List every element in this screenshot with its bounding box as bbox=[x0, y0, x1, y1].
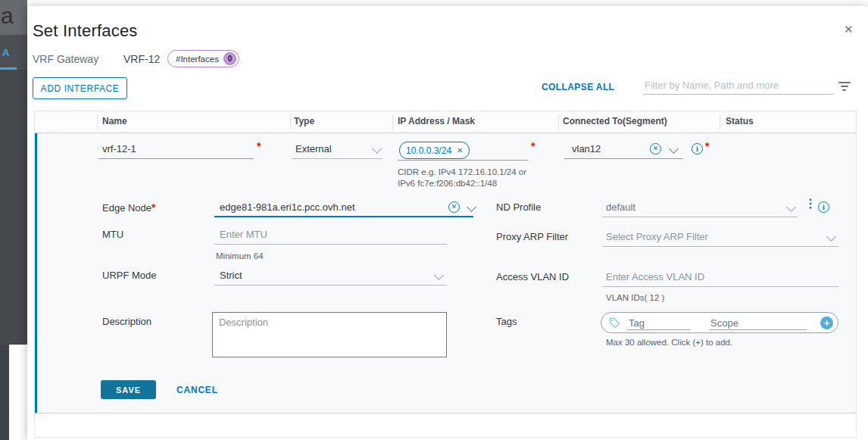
type-select-value[interactable]: External bbox=[295, 143, 332, 154]
column-header-type: Type bbox=[294, 116, 314, 126]
form-bottom-border bbox=[34, 413, 857, 413]
add-tag-icon[interactable] bbox=[820, 317, 833, 329]
background-page-tab-fragment: A bbox=[0, 35, 27, 70]
nd-profile-menu-icon[interactable] bbox=[804, 200, 816, 208]
column-header-status: Status bbox=[726, 116, 754, 126]
name-underline bbox=[98, 158, 254, 159]
nd-profile-info-icon[interactable] bbox=[818, 201, 829, 213]
background-sidebar-strip bbox=[0, 345, 9, 440]
urpf-mode-value[interactable]: Strict bbox=[220, 270, 242, 281]
tags-entry-row bbox=[601, 312, 838, 333]
edge-node-focus-underline bbox=[214, 216, 473, 217]
ip-chip-value: 10.0.0.3/24 bbox=[406, 145, 451, 156]
dialog-title: Set Interfaces bbox=[33, 21, 138, 41]
mtu-helper: Minimum 64 bbox=[216, 251, 264, 262]
table-bottom-border bbox=[34, 437, 857, 438]
edge-node-label: Edge Node* bbox=[102, 201, 156, 214]
tags-label: Tags bbox=[496, 316, 517, 327]
collapse-all-link[interactable]: COLLAPSE ALL bbox=[542, 82, 614, 92]
segment-clear-icon[interactable] bbox=[650, 143, 661, 154]
cidr-helper-line1: CIDR e.g. IPv4 172.16.10.1/24 or bbox=[398, 167, 526, 178]
nd-profile-value[interactable]: default bbox=[606, 201, 635, 213]
column-separator bbox=[392, 114, 393, 130]
column-header-connected: Connected To(Segment) bbox=[563, 116, 667, 126]
nd-profile-underline bbox=[602, 217, 798, 217]
filter-field bbox=[643, 76, 834, 95]
urpf-mode-label: URPF Mode bbox=[102, 270, 157, 281]
breadcrumb-gateway-type: VRF Gateway bbox=[33, 53, 98, 65]
tag-icon bbox=[609, 317, 620, 329]
name-required-marker: * bbox=[257, 140, 261, 152]
access-vlan-helper: VLAN IDs( 12 ) bbox=[606, 292, 664, 304]
nsx-set-interfaces-screen: a A ✕ Set Interfaces VRF Gateway VRF-12 … bbox=[0, 0, 868, 440]
column-separator bbox=[290, 114, 291, 130]
mtu-input[interactable]: Enter MTU bbox=[220, 229, 267, 240]
edge-node-value[interactable]: edge81-981a.eri1c.pcc.ovh.net bbox=[220, 201, 355, 213]
interfaces-badge-label: #Interfaces bbox=[176, 55, 219, 64]
ip-address-chip: 10.0.0.3/24 bbox=[399, 142, 470, 159]
description-label: Description bbox=[102, 316, 151, 327]
access-vlan-input[interactable]: Enter Access VLAN ID bbox=[606, 271, 704, 282]
proxy-arp-label: Proxy ARP Filter bbox=[496, 231, 568, 242]
nd-profile-label: ND Profile bbox=[496, 201, 541, 213]
access-vlan-label: Access VLAN ID bbox=[496, 271, 569, 282]
ip-underline bbox=[398, 160, 528, 161]
proxy-arp-underline bbox=[602, 246, 838, 247]
interface-name-value[interactable]: vrf-12-1 bbox=[102, 143, 136, 154]
type-underline bbox=[292, 158, 382, 159]
filter-input[interactable] bbox=[643, 76, 837, 94]
save-button[interactable]: SAVE bbox=[101, 380, 156, 399]
column-separator bbox=[97, 114, 98, 130]
segment-info-icon[interactable] bbox=[692, 143, 703, 154]
segment-underline bbox=[564, 158, 683, 159]
description-textarea[interactable] bbox=[212, 312, 447, 357]
filter-icon[interactable] bbox=[838, 82, 851, 92]
breadcrumb-gateway-name: VRF-12 bbox=[123, 53, 160, 65]
mtu-underline bbox=[214, 244, 447, 245]
background-heading-text: a bbox=[1, 3, 14, 29]
background-page-heading-fragment: a bbox=[0, 0, 27, 35]
cidr-helper-line2: IPv6 fc7e:f206:db42::1/48 bbox=[398, 178, 497, 189]
column-separator bbox=[558, 114, 559, 130]
table-left-border bbox=[34, 133, 35, 437]
ip-chip-remove-icon[interactable] bbox=[457, 146, 463, 154]
background-dark-panel bbox=[0, 70, 27, 345]
interfaces-badge-count: 0 bbox=[223, 52, 236, 65]
interfaces-count-badge: #Interfaces 0 bbox=[167, 50, 239, 67]
edge-node-label-text: Edge Node bbox=[102, 202, 151, 214]
column-separator bbox=[720, 114, 720, 130]
edge-node-clear-icon[interactable] bbox=[448, 201, 460, 213]
scope-input[interactable] bbox=[709, 316, 807, 330]
connected-segment-value[interactable]: vlan12 bbox=[572, 143, 601, 154]
tags-helper: Max 30 allowed. Click (+) to add. bbox=[606, 337, 732, 348]
edge-node-required-marker: * bbox=[151, 201, 155, 214]
tag-input[interactable] bbox=[627, 316, 691, 330]
segment-required-marker: * bbox=[705, 140, 709, 152]
description-field bbox=[212, 312, 447, 357]
cancel-button[interactable]: CANCEL bbox=[176, 385, 218, 395]
column-header-ip: IP Address / Mask bbox=[398, 116, 475, 126]
ip-required-marker: * bbox=[531, 140, 535, 152]
column-header-name: Name bbox=[102, 116, 127, 126]
background-tab-text: A bbox=[2, 47, 9, 58]
close-icon[interactable]: ✕ bbox=[844, 23, 854, 36]
proxy-arp-select[interactable]: Select Proxy ARP Filter bbox=[606, 231, 708, 242]
mtu-label: MTU bbox=[102, 229, 123, 240]
add-interface-button[interactable]: ADD INTERFACE bbox=[33, 77, 127, 99]
table-right-border bbox=[856, 133, 857, 437]
access-vlan-underline bbox=[602, 286, 838, 287]
urpf-underline bbox=[214, 285, 447, 286]
